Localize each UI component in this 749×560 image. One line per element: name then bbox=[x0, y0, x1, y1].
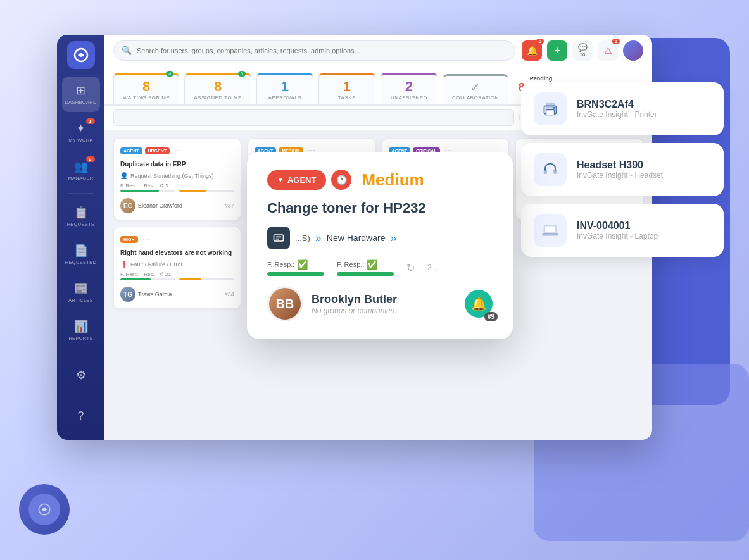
waiting-count: 8 bbox=[142, 78, 150, 95]
sidebar-item-help[interactable]: ? bbox=[62, 398, 100, 433]
unassigned-label: UNASSIGNED bbox=[391, 95, 427, 101]
reports-icon: 📊 bbox=[74, 320, 88, 333]
refresh-icon[interactable]: ↻ bbox=[406, 262, 415, 274]
asset-3-name: INV-004001 bbox=[577, 220, 658, 232]
notifications-button[interactable]: 🔔 0 bbox=[522, 40, 542, 61]
sidebar-item-reports[interactable]: 📊 REPORTS bbox=[62, 313, 100, 348]
card-1-bar1 bbox=[120, 190, 175, 192]
filter-search-input[interactable] bbox=[113, 109, 514, 126]
chevron-down-icon: ▼ bbox=[277, 177, 284, 184]
dashboard-icon: ⊞ bbox=[76, 84, 85, 97]
add-button[interactable]: + bbox=[547, 40, 567, 61]
progress-text-2: F. Resp.: bbox=[337, 261, 364, 268]
asset-2-name: Headset H390 bbox=[577, 159, 663, 171]
tab-approvals[interactable]: 1 APPROVALS bbox=[256, 73, 313, 104]
sidebar-item-dashboard[interactable]: ⊞ DASHBOARD bbox=[62, 77, 100, 112]
notifications-badge: 0 bbox=[536, 39, 544, 44]
agent-pill-row: ▼ AGENT 🕐 Medium bbox=[267, 170, 493, 190]
svg-rect-4 bbox=[546, 110, 555, 115]
asset-2-subtitle: InvGate Insight - Headset bbox=[577, 171, 663, 180]
tab-waiting[interactable]: 4 8 WAITING FOR ME bbox=[113, 73, 179, 104]
asset-card-headset[interactable]: Headset H390 InvGate Insight - Headset bbox=[521, 143, 724, 196]
progress-text-1: F. Resp.: bbox=[267, 261, 294, 268]
approvals-label: APPROVALS bbox=[268, 95, 301, 101]
chat-icon: 💬 bbox=[578, 43, 588, 52]
asset-card-printer[interactable]: BRN3C2Af4 InvGate Insight - Printer bbox=[521, 82, 724, 135]
card-5-menu[interactable]: ⋯ bbox=[141, 233, 152, 245]
sidebar-item-mywork[interactable]: 1 ✦ MY WORK bbox=[62, 115, 100, 150]
sidebar-item-requested[interactable]: 📄 REQUESTED bbox=[62, 237, 100, 272]
messages-count: 10 bbox=[580, 52, 586, 58]
sidebar-item-manager[interactable]: 2 👥 MANAGER bbox=[62, 152, 100, 188]
assigned-count: 8 bbox=[214, 78, 222, 95]
sidebar-label-requests: REQUESTS bbox=[67, 221, 95, 227]
topbar-actions: 🔔 0 + 💬 10 ⚠ 1 bbox=[522, 40, 643, 61]
user-sub: No groups or companies bbox=[312, 306, 456, 315]
card-5-priority-badge: High bbox=[120, 236, 138, 243]
sidebar-label-manager: MANAGER bbox=[68, 175, 93, 181]
help-icon: ? bbox=[77, 409, 84, 423]
card-1-header: AGENT Urgent ⋯ bbox=[120, 145, 234, 156]
sidebar-item-requests[interactable]: 📋 REQUESTS bbox=[62, 199, 100, 234]
tab-tasks[interactable]: 1 TASKS bbox=[318, 73, 375, 104]
user-info: Brooklyn Butler No groups or companies bbox=[312, 293, 456, 315]
alerts-badge: 1 bbox=[612, 39, 620, 44]
collaboration-check: ✓ bbox=[470, 80, 481, 95]
request-card-5[interactable]: High ⋯ Right hand elevators are not work… bbox=[113, 227, 241, 309]
floating-card-title: Change toner for HP232 bbox=[267, 200, 493, 216]
card-1-resp-label: F. Resp. bbox=[120, 183, 139, 189]
notification-bell-btn[interactable]: 🔔 #9 bbox=[465, 290, 493, 318]
alerts-button[interactable]: ⚠ 1 bbox=[598, 40, 618, 61]
tab-assigned[interactable]: 5 8 ASSIGNED TO ME bbox=[184, 73, 251, 104]
card-5-bar2 bbox=[179, 278, 234, 280]
topbar: 🔍 🔔 0 + 💬 10 ⚠ 1 bbox=[104, 35, 652, 66]
card-5-meta-text: Fault / Failure / Error bbox=[130, 261, 183, 268]
svg-rect-8 bbox=[554, 170, 557, 173]
requested-icon: 📄 bbox=[74, 244, 88, 258]
card-1-menu[interactable]: ⋯ bbox=[172, 145, 184, 156]
svg-rect-10 bbox=[543, 233, 558, 235]
card-1-agent-badge: AGENT bbox=[120, 147, 142, 154]
card-1-res-label: Res. bbox=[144, 183, 154, 189]
sidebar-item-settings[interactable]: ⚙ bbox=[62, 358, 100, 393]
request-card-1[interactable]: AGENT Urgent ⋯ Duplicate data in ERP 👤 R… bbox=[113, 138, 241, 220]
asset-3-info: INV-004001 InvGate Insight - Laptop bbox=[577, 220, 658, 240]
card-1-fill2 bbox=[179, 190, 206, 192]
card-1-bar2 bbox=[179, 190, 234, 192]
sidebar-label-mywork: MY WORK bbox=[68, 137, 93, 143]
approvals-count: 1 bbox=[281, 78, 289, 95]
sidebar-logo[interactable] bbox=[67, 41, 95, 69]
priority-label: Medium bbox=[362, 170, 424, 190]
asset-1-subtitle: InvGate Insight - Printer bbox=[577, 110, 657, 119]
progress-bar-2 bbox=[337, 272, 394, 276]
user-avatar[interactable] bbox=[623, 40, 643, 61]
floating-progress-row: F. Resp.: ✅ F. Resp.: ✅ ↻ 2 ... bbox=[267, 259, 493, 276]
card-1-meta: 👤 Request Something (Get Things) bbox=[120, 172, 234, 179]
search-icon: 🔍 bbox=[122, 46, 132, 55]
sidebar-divider-1 bbox=[68, 193, 94, 194]
card-1-footer: EC Eleanor Crawford #37 bbox=[120, 198, 234, 213]
progress-fill-1 bbox=[267, 272, 324, 276]
sidebar-item-articles[interactable]: 📰 ARTICLES bbox=[62, 275, 100, 310]
card-5-footer: TG Travis Garcia #34 bbox=[120, 287, 234, 302]
progress-item-2: F. Resp.: ✅ bbox=[337, 259, 394, 276]
progress-label-1: F. Resp.: ✅ bbox=[267, 259, 324, 270]
messages-button[interactable]: 💬 10 bbox=[572, 40, 593, 61]
requests-icon: 📋 bbox=[74, 206, 88, 220]
search-box[interactable]: 🔍 bbox=[113, 40, 515, 61]
floating-detail-card: ▼ AGENT 🕐 Medium Change toner for HP232 … bbox=[247, 152, 513, 339]
card-5-bar1 bbox=[120, 278, 175, 280]
tab-collaboration[interactable]: ✓ COLLABORATION bbox=[443, 74, 508, 104]
alert-icon: ⚠ bbox=[604, 46, 612, 56]
asset-card-laptop[interactable]: INV-004001 InvGate Insight - Laptop bbox=[521, 204, 724, 257]
search-input[interactable] bbox=[137, 47, 507, 54]
agent-dropdown-btn[interactable]: ▼ AGENT bbox=[267, 170, 326, 190]
asset-3-subtitle: InvGate Insight - Laptop bbox=[577, 232, 658, 240]
tab-unassigned[interactable]: 2 UNASSIGNED bbox=[381, 73, 437, 104]
progress-item-1: F. Resp.: ✅ bbox=[267, 259, 324, 276]
assigned-badge: 5 bbox=[238, 71, 246, 77]
asset-1-name: BRN3C2Af4 bbox=[577, 99, 657, 110]
svg-rect-7 bbox=[544, 170, 546, 173]
breadcrumb-new-hardware: New Hardware bbox=[327, 233, 386, 243]
mywork-icon: ✦ bbox=[76, 121, 85, 135]
